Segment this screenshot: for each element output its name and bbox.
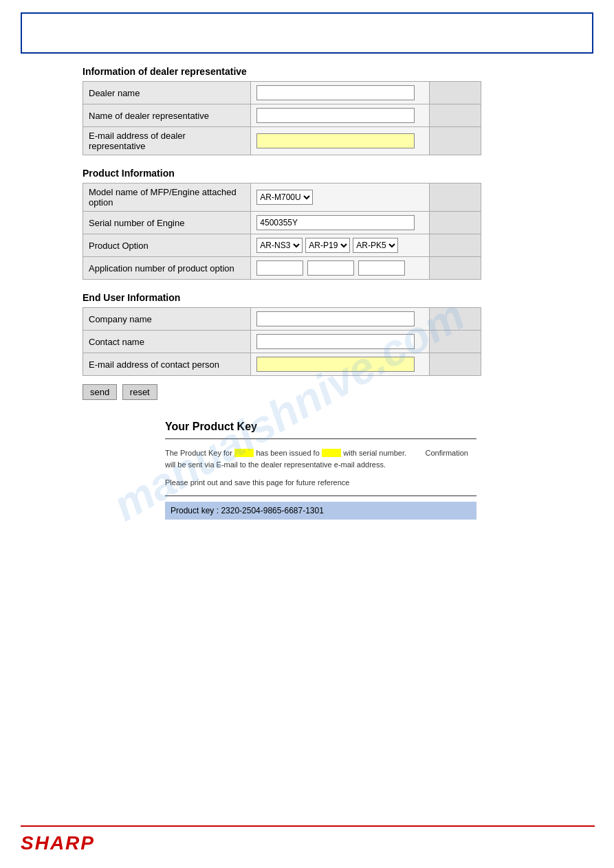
app-num-input-1[interactable] [256,260,303,276]
product-option-label: Product Option [83,234,251,257]
dealer-email-row: E-mail address of dealerrepresentative [83,127,481,155]
dealer-email-label: E-mail address of dealerrepresentative [83,127,251,155]
app-number-input-cell [251,257,430,280]
company-name-input-cell [251,308,430,331]
product-key-title: Your Product Key [165,421,476,433]
option-select-3[interactable]: AR-PK5 [353,238,398,253]
buttons-row: send reset [83,384,593,400]
product-key-label: Product key [171,506,214,515]
product-key-paragraph1: The Product Key for has been issued fo w… [165,447,476,470]
contact-name-input-cell [251,331,430,353]
product-option-input-cell: AR-NS3 AR-P19 AR-PK5 [251,234,430,257]
app-num-input-3[interactable] [358,260,405,276]
contact-email-input-cell [251,353,430,376]
dealer-rep-name-row: Name of dealer representative [83,104,481,127]
dealer-name-input[interactable] [256,85,415,100]
footer-line [21,825,595,827]
dealer-name-spacer [430,82,481,104]
model-name-label: Model name of MFP/Engine attached option [83,183,251,212]
reset-button[interactable]: reset [122,384,157,400]
serial-number-input[interactable] [256,215,415,230]
dealer-email-input[interactable] [256,133,415,148]
contact-email-row: E-mail address of contact person [83,353,481,376]
app-num-inputs-container [256,260,424,276]
contact-spacer [430,331,481,353]
dealer-rep-name-spacer [430,104,481,127]
dealer-rep-name-label: Name of dealer representative [83,104,251,127]
contact-name-input[interactable] [256,334,415,349]
contact-name-row: Contact name [83,331,481,353]
contact-email-input[interactable] [256,357,415,372]
dealer-name-row: Dealer name [83,82,481,104]
serial-number-input-cell [251,212,430,234]
contact-email-spacer [430,353,481,376]
send-button[interactable]: send [83,384,117,400]
product-option-row: Product Option AR-NS3 AR-P19 AR-PK5 [83,234,481,257]
product-key-paragraph2: Please print out and save this page for … [165,477,476,489]
model-name-row: Model name of MFP/Engine attached option… [83,183,481,212]
company-spacer [430,308,481,331]
model-select[interactable]: AR-M700U [256,190,313,205]
contact-name-label: Contact name [83,331,251,353]
dealer-info-section: Information of dealer representative Dea… [83,66,593,155]
product-key-value: : 2320-2504-9865-6687-1301 [217,506,324,515]
app-num-input-2[interactable] [307,260,354,276]
dealer-email-input-cell [251,127,430,155]
product-info-section: Product Information Model name of MFP/En… [83,168,593,280]
product-section-heading: Product Information [83,168,593,179]
serial-spacer [430,212,481,234]
enduser-info-section: End User Information Company name Contac… [83,292,593,400]
product-key-highlight1 [234,449,254,457]
company-name-input[interactable] [256,311,415,326]
app-num-spacer [430,257,481,280]
serial-number-label: Serial number of Engine [83,212,251,234]
app-number-label: Application number of product option [83,257,251,280]
app-number-row: Application number of product option [83,257,481,280]
dealer-name-input-cell [251,82,430,104]
contact-email-label: E-mail address of contact person [83,353,251,376]
dealer-email-spacer [430,127,481,155]
option-spacer [430,234,481,257]
product-key-top-divider [165,438,476,439]
top-border-box [21,12,593,54]
serial-number-row: Serial number of Engine [83,212,481,234]
product-key-highlight2 [322,449,341,457]
product-key-section: Your Product Key The Product Key for has… [165,421,476,520]
product-key-row: Product key : 2320-2504-9865-6687-1301 [165,502,476,520]
dealer-section-heading: Information of dealer representative [83,66,593,77]
model-spacer [430,183,481,212]
dealer-rep-name-input[interactable] [256,108,415,123]
product-key-bottom-divider [165,496,476,496]
enduser-form-table: Company name Contact name E-mail address… [83,307,481,376]
option-select-2[interactable]: AR-P19 [305,238,350,253]
dealer-rep-name-input-cell [251,104,430,127]
footer: SHARP [21,825,595,854]
company-name-label: Company name [83,308,251,331]
company-name-row: Company name [83,308,481,331]
sharp-logo: SHARP [21,832,595,854]
option-select-1[interactable]: AR-NS3 [256,238,303,253]
enduser-section-heading: End User Information [83,292,593,303]
model-name-input-cell: AR-M700U [251,183,430,212]
dealer-form-table: Dealer name Name of dealer representativ… [83,81,481,155]
dealer-name-label: Dealer name [83,82,251,104]
option-selects-container: AR-NS3 AR-P19 AR-PK5 [256,238,424,253]
product-form-table: Model name of MFP/Engine attached option… [83,183,481,280]
